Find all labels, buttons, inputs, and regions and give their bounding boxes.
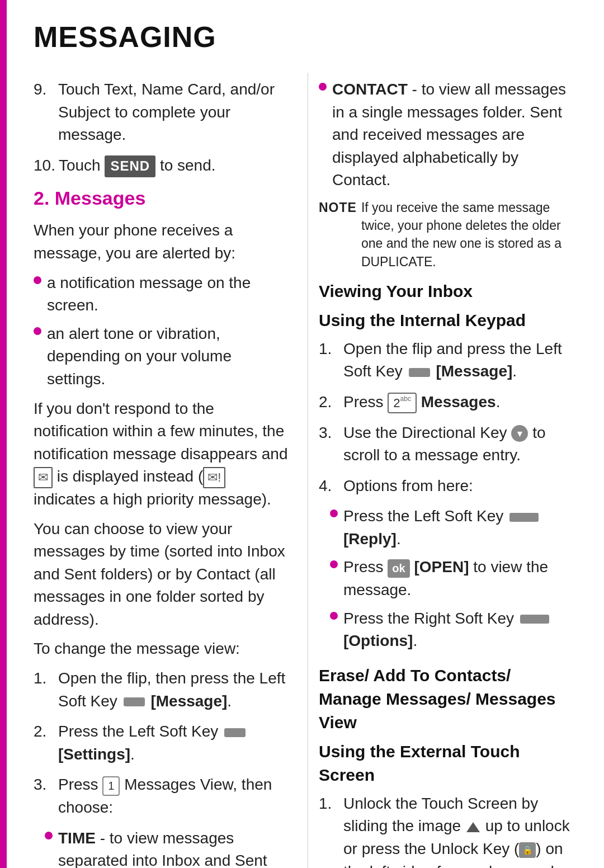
keypad-step-2-text: Press 2abc Messages.	[343, 391, 500, 414]
external-step-1-text: Unlock the Touch Screen by sliding the i…	[343, 792, 576, 868]
main-content: MESSAGING 9. Touch Text, Name Card, and/…	[0, 0, 604, 868]
option-options: Press the Right Soft Key [Options].	[330, 607, 576, 653]
external-step-1-num: 1.	[319, 792, 340, 868]
step-9-num: 9.	[34, 78, 55, 147]
bullet-notification: a notification message on the screen.	[34, 272, 291, 317]
keypad-step-3-text: Use the Directional Key ▼ to scroll to a…	[343, 422, 576, 467]
external-touch-heading: Using the External Touch Screen	[319, 740, 576, 787]
bullet-alert-tone-text: an alert tone or vibration, depending on…	[47, 323, 291, 391]
section-2-heading: 2. Messages	[34, 185, 291, 212]
bullet-contact: CONTACT - to view all messages in a sing…	[319, 78, 576, 192]
arrow-up-icon	[466, 822, 480, 832]
keypad-step-4-text: Options from here:	[343, 475, 473, 498]
right-column: CONTACT - to view all messages in a sing…	[308, 78, 576, 868]
bullet-dot	[34, 276, 41, 284]
contact-bullet-list: CONTACT - to view all messages in a sing…	[319, 78, 576, 192]
option-reply: Press the Left Soft Key [Reply].	[330, 505, 576, 550]
right-soft-key-icon	[520, 615, 549, 624]
step-10-text: Touch SEND to send.	[59, 154, 216, 177]
left-soft-key-icon	[509, 513, 539, 522]
page-title: MESSAGING	[34, 17, 576, 58]
keypad-step-1: 1. Open the flip and press the Left Soft…	[319, 338, 576, 383]
time-bullet-list: TIME - to view messages separated into I…	[34, 827, 291, 868]
change-step-1-num: 1.	[34, 667, 55, 713]
keypad-step-1-num: 1.	[319, 338, 340, 383]
page-title-area: MESSAGING	[34, 17, 576, 74]
soft-key-icon-2	[224, 728, 246, 737]
keypad-step-2-num: 2.	[319, 391, 340, 414]
note-block: NOTE If you receive the same message twi…	[319, 199, 576, 271]
bullet-dot-contact	[319, 83, 327, 91]
keypad-step-1-text: Open the flip and press the Left Soft Ke…	[343, 338, 576, 383]
soft-key-icon-1	[124, 697, 145, 706]
change-view-intro: To change the message view:	[34, 638, 291, 661]
bullet-alert-tone: an alert tone or vibration, depending on…	[34, 323, 291, 391]
change-step-2: 2. Press the Left Soft Key [Settings].	[34, 720, 291, 766]
choose-paragraph: You can choose to view your messages by …	[34, 518, 291, 631]
erase-heading: Erase/ Add To Contacts/ Manage Messages/…	[319, 664, 576, 734]
bullet-dot-time	[45, 832, 53, 839]
alerted-bullets: a notification message on the screen. an…	[34, 272, 291, 391]
bullet-dot-2	[34, 327, 41, 335]
intro-paragraph: When your phone receives a message, you …	[34, 219, 291, 265]
option-reply-text: Press the Left Soft Key [Reply].	[343, 505, 576, 550]
left-column: 9. Touch Text, Name Card, and/or Subject…	[34, 78, 308, 868]
change-step-2-text: Press the Left Soft Key [Settings].	[58, 720, 247, 766]
change-step-3-num: 3.	[34, 773, 55, 819]
num-1-key: 1	[102, 776, 120, 796]
options-bullets: Press the Left Soft Key [Reply]. Press o…	[319, 505, 576, 653]
keypad-step-3-num: 3.	[319, 422, 340, 467]
bullet-time-text: TIME - to view messages separated into I…	[58, 827, 291, 868]
step-10-num: 10.	[34, 154, 55, 177]
bullet-contact-text: CONTACT - to view all messages in a sing…	[332, 78, 576, 192]
step-9-text: Touch Text, Name Card, and/or Subject to…	[58, 78, 291, 147]
ok-key-icon: ok	[388, 559, 409, 578]
num-2-key: 2abc	[388, 393, 417, 414]
change-step-3-text: Press 1 Messages View, then choose:	[58, 773, 291, 819]
directional-key-icon: ▼	[511, 425, 528, 442]
note-text: If you receive the same message twice, y…	[361, 199, 576, 271]
external-step-1: 1. Unlock the Touch Screen by sliding th…	[319, 792, 576, 868]
keypad-step-4-num: 4.	[319, 475, 340, 498]
bullet-time: TIME - to view messages separated into I…	[45, 827, 291, 868]
note-label: NOTE	[319, 199, 357, 271]
change-step-2-num: 2.	[34, 720, 55, 766]
bullet-dot-open	[330, 560, 338, 568]
soft-key-icon-3	[409, 368, 430, 377]
unlock-key-icon	[519, 842, 536, 858]
page-container: MESSAGING 9. Touch Text, Name Card, and/…	[0, 0, 604, 868]
column-divider	[308, 73, 308, 868]
option-open-text: Press ok [OPEN] to view the message.	[343, 556, 576, 601]
keypad-step-3: 3. Use the Directional Key ▼ to scroll t…	[319, 422, 576, 467]
bullet-notification-text: a notification message on the screen.	[47, 272, 291, 317]
envelope-icon: ✉	[34, 467, 53, 488]
bullet-dot-options	[330, 612, 338, 620]
viewing-inbox-heading: Viewing Your Inbox	[319, 280, 576, 303]
left-bar	[0, 0, 7, 868]
change-step-3: 3. Press 1 Messages View, then choose:	[34, 773, 291, 819]
option-options-text: Press the Right Soft Key [Options].	[343, 607, 576, 653]
send-badge: SEND	[105, 155, 155, 177]
option-open: Press ok [OPEN] to view the message.	[330, 556, 576, 601]
envelope-excl-icon: ✉!	[203, 467, 225, 488]
keypad-step-2: 2. Press 2abc Messages.	[319, 391, 576, 414]
respond-paragraph: If you don't respond to the notification…	[34, 398, 291, 511]
step-9: 9. Touch Text, Name Card, and/or Subject…	[34, 78, 291, 147]
change-step-1: 1. Open the flip, then press the Left So…	[34, 667, 291, 713]
using-internal-keypad-heading: Using the Internal Keypad	[319, 309, 576, 332]
bullet-dot-reply	[330, 510, 338, 517]
change-step-1-text: Open the flip, then press the Left Soft …	[58, 667, 291, 713]
keypad-step-4: 4. Options from here:	[319, 475, 576, 498]
step-10: 10. Touch SEND to send.	[34, 154, 291, 177]
